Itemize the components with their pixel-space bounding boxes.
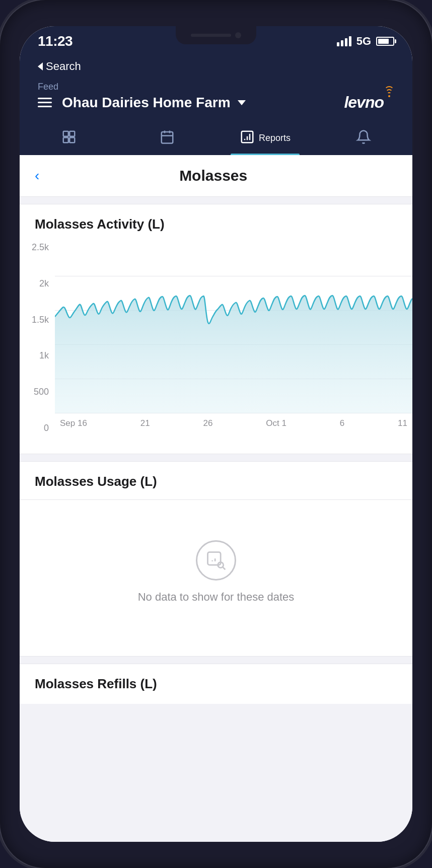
bell-icon [356,129,371,144]
x-label-sep16: Sep 16 [60,418,87,428]
reports-icon [240,129,255,144]
y-label-1k: 1k [25,350,55,361]
x-label-26: 26 [203,418,213,428]
battery-fill [378,39,389,44]
molasses-usage-section: Molasses Usage (L) No data to show for t… [20,461,412,657]
x-label-11: 11 [398,418,407,428]
back-button[interactable]: ‹ [35,168,39,184]
chart3-title: Molasses Refills (L) [35,676,397,692]
nav-farm-left: Ohau Dairies Home Farm [38,95,246,111]
svg-rect-2 [63,137,68,142]
calendar-icon [160,129,175,144]
hamburger-menu[interactable] [38,98,52,107]
dropdown-arrow-icon [238,100,246,105]
molasses-activity-section: Molasses Activity (L) 0 500 1k 1.5k 2k 2… [20,204,412,454]
nav-header: Feed Ohau Dairies Home Farm levno [20,77,412,119]
search-label: Search [46,60,81,73]
chevron-left-icon [38,62,43,70]
phone-shell: 11:23 5G Search Feed [0,0,432,868]
y-axis-labels: 0 500 1k 1.5k 2k 2.5k [20,242,55,433]
no-data-icon [196,540,236,581]
tab-alerts[interactable] [314,119,412,155]
no-data-text: No data to show for these dates [138,591,295,604]
tab-reports-inner: Reports [240,129,291,144]
svg-rect-0 [63,131,68,136]
signal-icon [337,36,351,46]
farm-name-row[interactable]: Ohau Dairies Home Farm [62,95,246,111]
svg-line-17 [223,567,226,570]
y-label-25k: 2.5k [25,242,55,253]
farm-name: Ohau Dairies Home Farm [62,95,231,111]
y-label-500: 500 [25,387,55,397]
molasses-refills-section: Molasses Refills (L) [20,664,412,704]
status-time: 11:23 [38,33,73,49]
x-label-oct1: Oct 1 [266,418,286,428]
battery-icon [376,37,394,46]
y-label-2k: 2k [25,278,55,289]
svg-rect-3 [69,137,75,142]
x-label-6: 6 [340,418,344,428]
wifi-dot [388,95,390,97]
search-bar-row: Search [20,56,412,77]
chart1-title: Molasses Activity (L) [20,216,412,242]
x-label-21: 21 [140,418,150,428]
camera [235,32,241,38]
levno-logo: levno [344,93,394,112]
page-content: ‹ Molasses Molasses Activity (L) 0 500 1… [20,155,412,842]
back-search-button[interactable]: Search [38,60,81,73]
screen: 11:23 5G Search Feed [20,26,412,842]
network-type: 5G [356,35,371,48]
chart-search-icon [205,549,227,571]
page-header: ‹ Molasses [20,155,412,197]
svg-rect-1 [69,131,75,136]
page-title: Molasses [49,167,377,184]
x-axis-labels: Sep 16 21 26 Oct 1 6 11 [55,413,412,433]
y-label-0: 0 [25,423,55,433]
chart1-body: Sep 16 21 26 Oct 1 6 11 [55,242,412,433]
tab-reports[interactable]: Reports [216,119,314,155]
tab-dashboard[interactable] [20,119,118,155]
no-data-content: No data to show for these dates [20,500,412,644]
speaker [191,34,231,37]
chart2-title: Molasses Usage (L) [20,474,412,500]
levno-text: levno [344,93,384,112]
wifi-icon [384,88,394,96]
chart1-area: 0 500 1k 1.5k 2k 2.5k [20,242,412,454]
chart1-svg [55,242,412,413]
y-label-15k: 1.5k [25,315,55,325]
tab-calendar[interactable] [118,119,216,155]
dashboard-icon [61,129,77,144]
notch [176,26,256,44]
status-icons: 5G [337,35,394,48]
reports-tab-label: Reports [259,133,291,143]
tab-bar: Reports [20,119,412,155]
nav-farm-row: Ohau Dairies Home Farm levno [38,93,394,112]
svg-rect-4 [161,132,173,143]
feed-label: Feed [38,82,394,92]
